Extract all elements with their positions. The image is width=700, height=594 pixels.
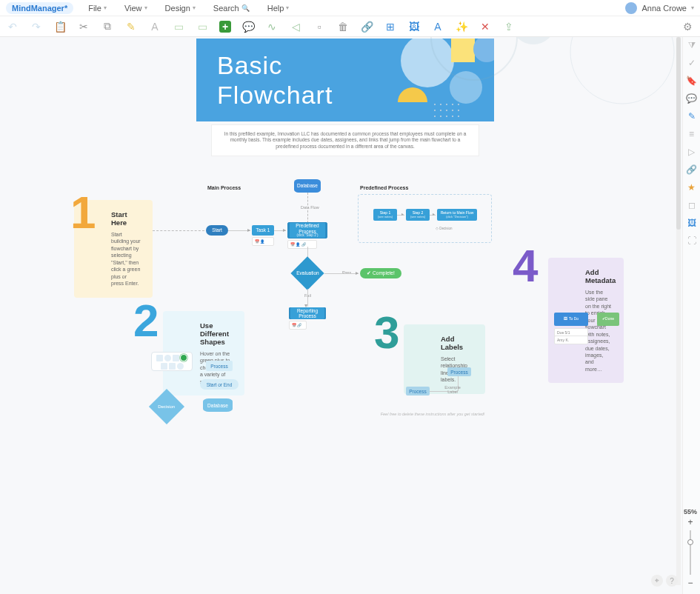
copy-icon[interactable]: ⧉	[101, 20, 114, 33]
subtopic-icon[interactable]: ▭	[196, 20, 209, 33]
card1-title: Start Here	[111, 210, 141, 227]
grid-icon[interactable]: ⊞	[384, 20, 397, 33]
link-icon[interactable]: 🔗	[360, 20, 373, 33]
meta-todo-chip[interactable]: 🖼 To Do	[554, 313, 588, 326]
node-return[interactable]: Return to Main Flow(click "Decision")	[437, 209, 477, 221]
zoom-in-button[interactable]: +	[687, 517, 693, 527]
example-database-label: Database	[207, 403, 228, 408]
example-process[interactable]: Process	[206, 361, 233, 371]
redo-icon[interactable]: ↷	[30, 20, 43, 33]
user-menu[interactable]: Anna Crowe ▾	[625, 2, 694, 14]
tag-icon[interactable]: ◁	[289, 20, 302, 33]
menu-view[interactable]: View▾	[124, 4, 147, 13]
square-icon[interactable]: ◻	[687, 200, 697, 210]
node-complete[interactable]: ✔ Complete!	[360, 268, 401, 278]
zoom-handle[interactable]	[687, 539, 693, 545]
banner-line2: Flowchart	[217, 81, 333, 109]
node-predefined-sub: (click "Step 1")	[296, 234, 318, 238]
menu-help[interactable]: Help▾	[267, 4, 290, 13]
node-step1[interactable]: Step 1(see notes)	[373, 209, 397, 221]
intro-text: In this prefilled example, Innovation LL…	[211, 124, 479, 156]
shape-popover[interactable]	[151, 352, 193, 371]
node-task1-label: Task 1	[256, 227, 270, 233]
reporting-meta: 📅 🔗	[289, 321, 307, 330]
cut-icon[interactable]: ✂	[77, 20, 90, 33]
vertical-scrollbar[interactable]	[676, 37, 681, 585]
filter-icon[interactable]: ⧩	[687, 40, 697, 50]
relationship-icon[interactable]: ∿	[265, 20, 279, 33]
text-icon[interactable]: A	[431, 20, 444, 33]
zoom-slider[interactable]	[690, 530, 691, 575]
link-side-icon[interactable]: 🔗	[687, 164, 697, 175]
font-icon[interactable]: A	[148, 20, 161, 33]
add-shape-icon[interactable]	[180, 354, 187, 361]
node-start-label: Start	[212, 227, 222, 233]
arrow-icon: ▸	[283, 227, 286, 233]
image-icon[interactable]: 🖼	[407, 20, 421, 33]
scroll-thumb[interactable]	[676, 37, 681, 230]
menu-view-label: View	[124, 4, 142, 13]
delete-icon[interactable]: ✕	[479, 20, 492, 33]
add-icon[interactable]: +	[219, 21, 231, 33]
user-name: Anna Crowe	[641, 4, 687, 13]
node-step2[interactable]: Step 2(see notes)	[406, 209, 430, 221]
location-icon[interactable]: ⌖	[651, 575, 663, 587]
comment-icon[interactable]: 💬	[241, 20, 255, 33]
pencil-icon[interactable]: ✎	[687, 111, 697, 121]
card1-body: Start building your flowchart by selecti…	[111, 231, 141, 287]
node-complete-label: Complete!	[373, 270, 395, 276]
node-predefined[interactable]: Predefined Process (click "Step 1")	[287, 222, 327, 238]
arrow-icon: ▸	[401, 211, 404, 216]
example-label: Example Label	[441, 385, 464, 394]
meta-badges2: Amy K.	[554, 336, 588, 344]
format-paint-icon[interactable]: ✎	[124, 20, 138, 33]
paste-icon[interactable]: 📋	[53, 20, 67, 33]
chat-icon[interactable]: 💬	[687, 93, 697, 104]
expand-icon[interactable]: ⛶	[687, 236, 697, 246]
list-icon[interactable]: ≡	[687, 129, 697, 139]
node-database[interactable]: Database	[294, 179, 321, 193]
data-flow-label: Data Flow	[301, 205, 319, 210]
chevron-down-icon: ▾	[691, 4, 694, 11]
note-icon[interactable]: ▫	[313, 20, 326, 33]
help-icon[interactable]: ?	[666, 575, 678, 587]
topic-icon[interactable]: ▭	[172, 20, 185, 33]
share-icon[interactable]: ⇪	[502, 20, 516, 33]
arrow-icon: ▸	[433, 211, 435, 216]
menu-search[interactable]: Search🔍	[213, 4, 250, 13]
menu-design[interactable]: Design▾	[165, 4, 196, 13]
attachment-icon[interactable]: 🗑	[336, 20, 350, 33]
node-task1[interactable]: Task 1	[252, 225, 274, 236]
play-icon[interactable]: ▷	[687, 147, 697, 157]
card3-title: Add Labels	[441, 335, 473, 351]
step1-label: Step 1	[380, 210, 390, 215]
app-logo: MindManager*	[6, 2, 73, 14]
return-sub: (click "Decision")	[446, 215, 468, 218]
arrow-icon: ▸	[356, 270, 359, 276]
image-side-icon[interactable]: 🖼	[687, 218, 697, 228]
card4-title: Add Metadata	[585, 268, 612, 284]
tip-text: Feel free to delete these instructions a…	[378, 412, 487, 416]
example-database[interactable]: Database	[203, 398, 233, 412]
card4-body: Use the side pane on the right to enrich…	[585, 289, 612, 373]
node-reporting[interactable]: Reporting Process	[289, 307, 326, 319]
step2-sub: (see notes)	[410, 215, 425, 218]
label-ex-process2[interactable]: Process	[447, 367, 471, 376]
menu-file[interactable]: File▾	[88, 4, 107, 13]
highlight-icon[interactable]: ✨	[455, 20, 468, 33]
canvas[interactable]: BasicFlowchart In this prefilled example…	[0, 37, 682, 594]
settings-icon[interactable]: ⚙	[681, 20, 694, 33]
svg-point-21	[570, 37, 674, 104]
star-icon[interactable]: ★	[687, 182, 697, 193]
meta-done-chip[interactable]: ✔ Done	[597, 313, 619, 326]
node-start[interactable]: Start	[206, 225, 228, 236]
tag-icon[interactable]: 🔖	[687, 76, 697, 86]
label-ex-process1[interactable]: Process	[406, 387, 430, 396]
num-3: 3	[374, 314, 399, 351]
predef-meta: 📅 👤 🔗	[287, 240, 317, 249]
check-icon[interactable]: ✓	[687, 58, 697, 68]
example-startend[interactable]: Start or End	[200, 379, 239, 390]
zoom-out-button[interactable]: −	[687, 578, 693, 588]
node-evaluation[interactable]: Evaluation	[290, 256, 324, 290]
undo-icon[interactable]: ↶	[6, 20, 19, 33]
